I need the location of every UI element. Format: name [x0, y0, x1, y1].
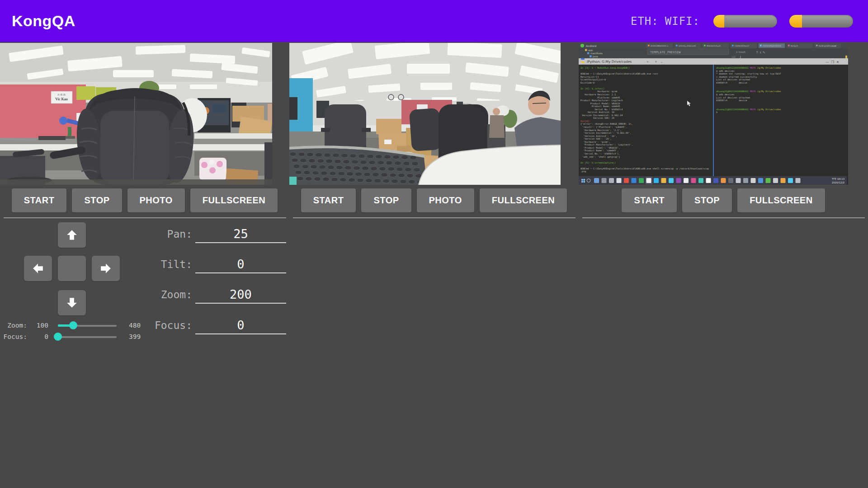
- zoom-slider-label: Zoom:: [0, 322, 27, 329]
- focus-field-row: Focus: 0: [136, 316, 286, 334]
- zoom-slider-row: Zoom: 100 480: [0, 321, 149, 331]
- focus-slider-max: 399: [129, 333, 141, 340]
- arrow-right-icon: [100, 263, 112, 274]
- camera-2-start-button[interactable]: START: [301, 188, 356, 212]
- pan-label: Pan:: [167, 228, 192, 240]
- camera-2-photo-button[interactable]: PHOTO: [417, 188, 474, 212]
- camera-1-fullscreen-button[interactable]: FULLSCREEN: [190, 188, 278, 212]
- camera-1-feed: 高 條 銘 Vic Kao: [0, 43, 272, 185]
- arrow-up-icon: [66, 229, 78, 241]
- camera-1-controls: START STOP PHOTO FULLSCREEN: [0, 188, 289, 212]
- camera-1-start-button[interactable]: START: [12, 188, 67, 212]
- focus-slider-thumb[interactable]: [54, 333, 62, 341]
- tilt-input[interactable]: 0: [195, 255, 286, 273]
- camera-3-stop-button[interactable]: STOP: [682, 188, 732, 212]
- camera-2-fullscreen-button[interactable]: FULLSCREEN: [480, 188, 567, 212]
- eth-progress-fill: [713, 15, 724, 28]
- camera-2-feed: [289, 43, 561, 185]
- network-status: ETH: WIFI:: [631, 0, 853, 42]
- focus-slider-row: Focus: 0 399: [0, 332, 149, 342]
- focus-label: Focus:: [155, 319, 192, 331]
- camera-3-start-button[interactable]: START: [622, 188, 677, 212]
- camera-1-photo-button[interactable]: PHOTO: [127, 188, 185, 212]
- pan-center-button[interactable]: [58, 256, 86, 281]
- tilt-field-row: Tilt: 0: [136, 255, 286, 273]
- camera-3-fullscreen-button[interactable]: FULLSCREEN: [737, 188, 825, 212]
- panel-2-divider: [293, 217, 576, 218]
- panel-3-divider: [582, 217, 865, 218]
- zoom-field-row: Zoom: 200: [136, 286, 286, 304]
- wifi-label: WIFI:: [665, 15, 700, 28]
- zoom-slider-max: 480: [129, 322, 141, 329]
- pan-field-row: Pan: 25: [136, 225, 286, 243]
- focus-slider-track[interactable]: [58, 336, 117, 338]
- panel-1-divider: [4, 217, 286, 218]
- eth-label: ETH:: [631, 15, 659, 28]
- zoom-input[interactable]: 200: [195, 286, 286, 304]
- pan-right-button[interactable]: [92, 256, 120, 281]
- wifi-progress-fill: [789, 15, 802, 28]
- pan-input[interactable]: 25: [195, 225, 286, 243]
- focus-input[interactable]: 0: [195, 316, 286, 334]
- camera-2-controls: START STOP PHOTO FULLSCREEN: [289, 188, 579, 212]
- tilt-label: Tilt:: [161, 258, 192, 270]
- pan-up-button[interactable]: [58, 222, 86, 248]
- app-header: KongQA ETH: WIFI:: [0, 0, 868, 42]
- zoom-slider-thumb[interactable]: [69, 321, 77, 329]
- camera-3-feed: Android AndroidManifest.xactivity_main.x…: [579, 43, 848, 185]
- focus-slider-min: 0: [30, 333, 48, 340]
- tilt-down-button[interactable]: [58, 290, 86, 315]
- camera-1-stop-button[interactable]: STOP: [72, 188, 122, 212]
- arrow-left-icon: [32, 263, 44, 274]
- zoom-slider-min: 100: [30, 322, 48, 329]
- pan-left-button[interactable]: [24, 256, 52, 281]
- zoom-label: Zoom:: [161, 289, 192, 300]
- camera-3-controls: START STOP FULLSCREEN: [579, 188, 868, 212]
- camera-2-stop-button[interactable]: STOP: [361, 188, 411, 212]
- focus-slider-label: Focus:: [0, 333, 27, 340]
- app-title: KongQA: [12, 12, 75, 30]
- arrow-down-icon: [66, 297, 78, 309]
- app: KongQA ETH: WIFI:: [0, 0, 868, 488]
- wifi-progressbar: [789, 15, 853, 28]
- eth-progressbar: [713, 15, 777, 28]
